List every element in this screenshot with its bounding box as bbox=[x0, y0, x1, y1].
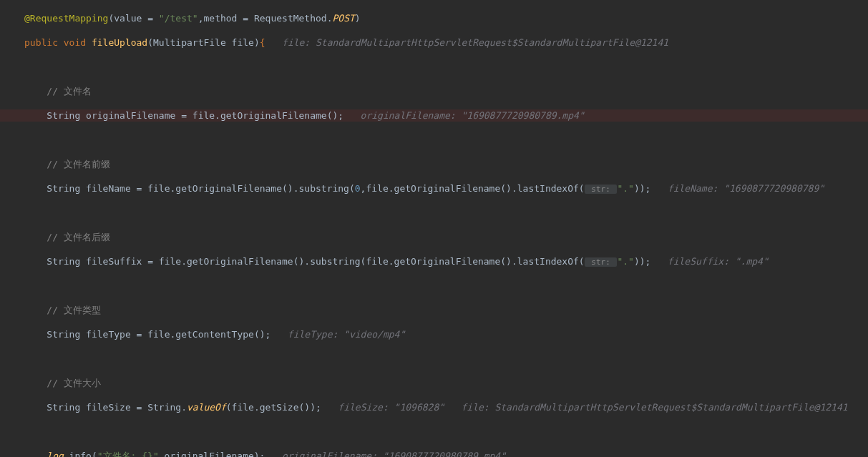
inline-debug-hint: originalFilename: "1690877720980789.mp4" bbox=[265, 451, 506, 457]
inline-debug-hint: fileType: "video/mp4" bbox=[270, 329, 405, 340]
inline-debug-hint: fileName: "1690877720980789" bbox=[650, 183, 824, 194]
inline-debug-hint: fileSize: "1096828" file: StandardMultip… bbox=[321, 402, 848, 413]
inline-debug-hint: fileSuffix: ".mp4" bbox=[650, 256, 768, 267]
code-editor[interactable]: @RequestMapping(value = "/test",method =… bbox=[0, 0, 868, 457]
param-hint: str: bbox=[585, 257, 618, 267]
inline-debug-hint: originalFilename: "1690877720980789.mp4" bbox=[343, 110, 585, 121]
method-name: fileUpload bbox=[92, 37, 147, 48]
inline-debug-hint: file: StandardMultipartHttpServletReques… bbox=[265, 37, 669, 48]
param-hint: str: bbox=[585, 185, 618, 194]
annotation: @RequestMapping bbox=[24, 13, 108, 24]
